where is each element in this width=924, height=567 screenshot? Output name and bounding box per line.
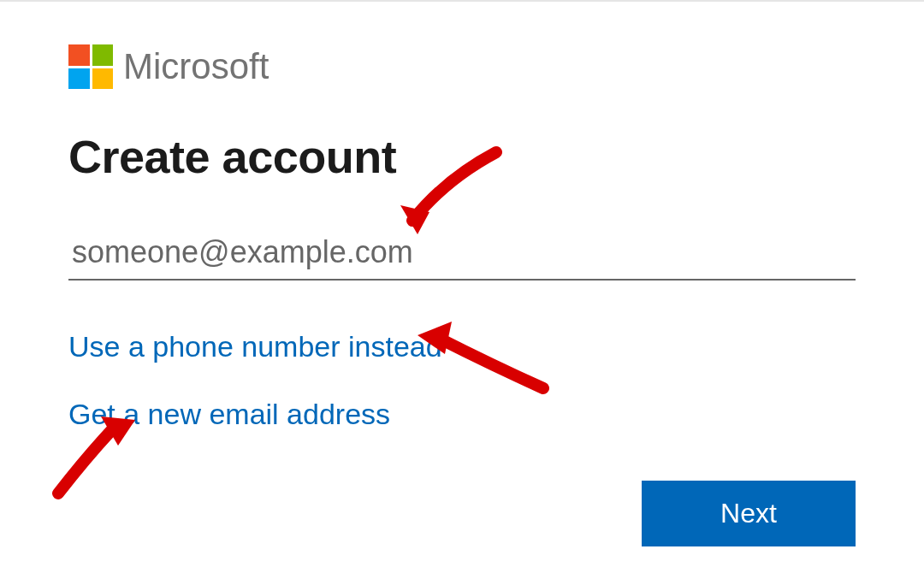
new-email-link[interactable]: Get a new email address xyxy=(68,398,390,431)
email-input[interactable] xyxy=(68,226,856,281)
use-phone-link[interactable]: Use a phone number instead xyxy=(68,330,442,363)
brand-name: Microsoft xyxy=(123,46,269,87)
microsoft-logo-icon xyxy=(68,44,113,89)
brand-logo-row: Microsoft xyxy=(68,44,856,89)
page-title: Create account xyxy=(68,130,856,183)
next-button[interactable]: Next xyxy=(642,481,856,546)
